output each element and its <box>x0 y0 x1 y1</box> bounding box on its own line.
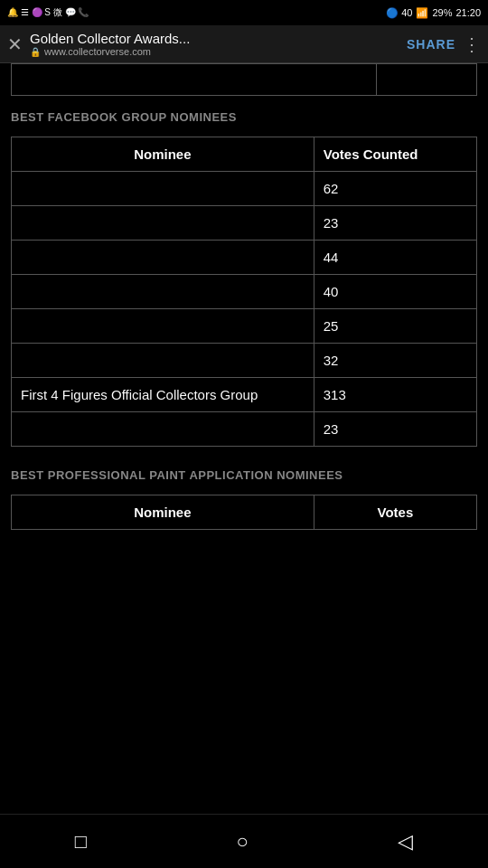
page-title: Golden Collector Awards... <box>30 31 399 46</box>
nominee-cell <box>12 241 314 275</box>
table-row: 23 <box>12 206 477 241</box>
section-heading-facebook: BEST FACEBOOK GROUP NOMINEES <box>11 110 477 124</box>
close-button[interactable]: ✕ <box>7 35 23 53</box>
votes-cell: 40 <box>314 275 476 309</box>
status-left: 🔔 ☰ 🟣 S 微 💬 📞 <box>7 6 89 19</box>
votes-header: Votes Counted <box>314 137 476 172</box>
nav-back-button[interactable]: ◁ <box>398 830 413 854</box>
facebook-nominees-table: Nominee Votes Counted 622344402532First … <box>11 137 477 447</box>
browser-title-block: Golden Collector Awards... 🔒 www.collect… <box>30 31 399 57</box>
nav-bar: □ ○ ◁ <box>0 814 488 868</box>
page-content: BEST FACEBOOK GROUP NOMINEES Nominee Vot… <box>0 63 488 548</box>
battery-text: 29% <box>432 7 452 18</box>
clock: 21:20 <box>455 7 481 18</box>
url-row: 🔒 www.collectorverse.com <box>30 46 399 57</box>
votes-cell: 25 <box>314 309 476 344</box>
table-row: 62 <box>12 172 477 206</box>
nominee-cell <box>12 275 314 309</box>
votes-cell: 62 <box>314 172 476 206</box>
nominee-cell <box>12 206 314 241</box>
nominee-cell <box>12 412 314 447</box>
table-header-row: Nominee Votes Counted <box>12 137 477 172</box>
share-button[interactable]: SHARE <box>407 37 455 52</box>
browser-bar: ✕ Golden Collector Awards... 🔒 www.colle… <box>0 25 488 63</box>
table-row: 32 <box>12 344 477 378</box>
nominee-cell: First 4 Figures Official Collectors Grou… <box>12 378 314 412</box>
url-text: www.collectorverse.com <box>44 46 151 57</box>
top-fragment-table <box>11 63 477 96</box>
nominee-cell <box>12 309 314 344</box>
notification-icons: 🔔 ☰ 🟣 S 微 💬 📞 <box>7 6 89 19</box>
table-row: First 4 Figures Official Collectors Grou… <box>12 378 477 412</box>
table-row: 23 <box>12 412 477 447</box>
status-right: 🔵 40 📶 29% 21:20 <box>386 7 481 19</box>
table-row: 25 <box>12 309 477 344</box>
lock-icon: 🔒 <box>30 47 41 57</box>
nav-home-button[interactable]: ○ <box>237 830 249 854</box>
wifi-icon: 📶 <box>416 7 428 19</box>
nav-square-button[interactable]: □ <box>75 830 87 854</box>
votes-cell: 23 <box>314 412 476 447</box>
partial-table-header-row: Nominee Votes <box>12 495 477 530</box>
top-fragment-right <box>377 64 476 95</box>
top-fragment-left <box>12 64 377 95</box>
signal-icon: 🔵 40 <box>386 7 412 19</box>
table-row: 40 <box>12 275 477 309</box>
table-row: 44 <box>12 241 477 275</box>
more-options-button[interactable]: ⋮ <box>463 33 481 55</box>
status-bar: 🔔 ☰ 🟣 S 微 💬 📞 🔵 40 📶 29% 21:20 <box>0 0 488 25</box>
votes-cell: 44 <box>314 241 476 275</box>
section-heading-paint: BEST PROFESSIONAL PAINT APPLICATION NOMI… <box>11 468 477 482</box>
votes-cell: 32 <box>314 344 476 378</box>
nominee-cell <box>12 172 314 206</box>
partial-nominee-header: Nominee <box>12 495 314 530</box>
votes-cell: 313 <box>314 378 476 412</box>
votes-cell: 23 <box>314 206 476 241</box>
paint-nominees-table: Nominee Votes <box>11 495 477 530</box>
nominee-cell <box>12 344 314 378</box>
nominee-header: Nominee <box>12 137 314 172</box>
partial-votes-header: Votes <box>314 495 476 530</box>
